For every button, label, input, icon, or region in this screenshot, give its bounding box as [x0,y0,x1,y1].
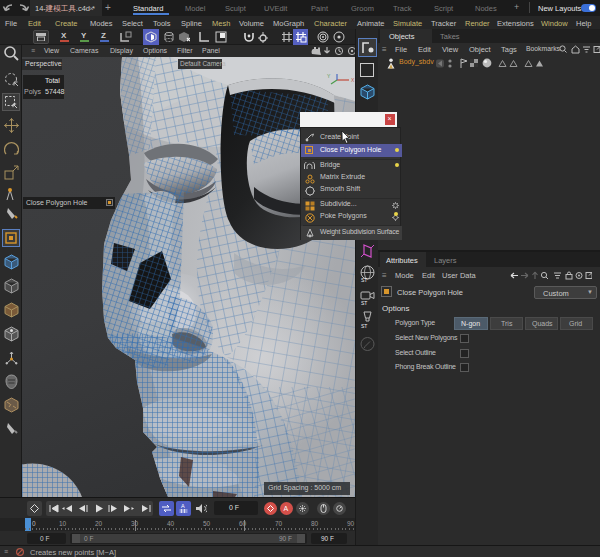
svg-text:ST: ST [361,323,367,329]
svg-text:A: A [181,503,185,509]
svg-text:ST: ST [361,277,367,283]
svg-text:ST: ST [361,300,367,306]
